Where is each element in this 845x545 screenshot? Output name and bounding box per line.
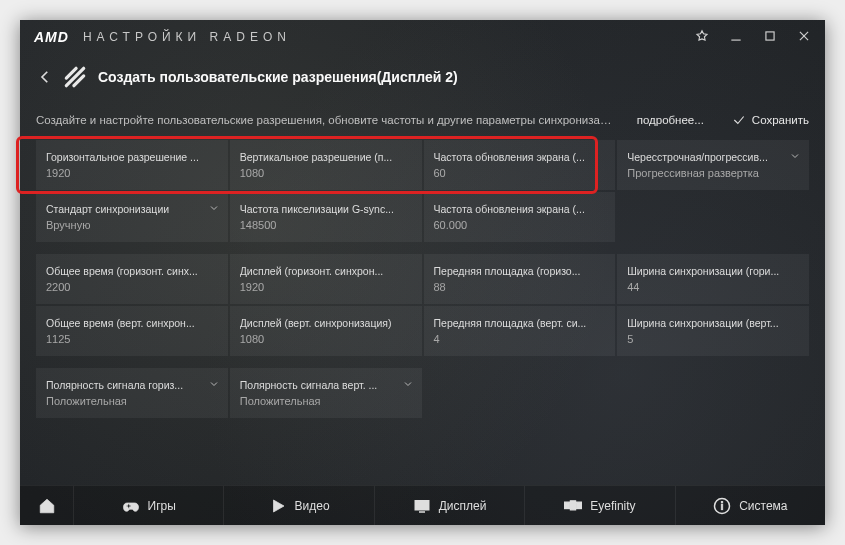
cell-label: Ширина синхронизации (верт... <box>627 317 799 329</box>
description-bar: Создайте и настройте пользовательские ра… <box>20 100 825 140</box>
cell-v-front-porch[interactable]: Передняя площадка (верт. си... 4 <box>424 306 616 356</box>
cell-value: 4 <box>434 333 606 345</box>
nav-label: Игры <box>148 499 176 513</box>
svg-rect-1 <box>766 31 774 39</box>
custom-resolution-icon <box>62 64 88 90</box>
cell-scan-type[interactable]: Чересстрочная/прогрессив... Прогрессивна… <box>617 140 809 190</box>
page-title: Создать пользовательские разрешения(Дисп… <box>98 69 458 85</box>
gamepad-icon <box>122 497 140 515</box>
titlebar: AMD НАСТРОЙКИ RADEON <box>20 20 825 54</box>
cell-label: Дисплей (верт. синхронизация) <box>240 317 412 329</box>
cell-label: Дисплей (горизонт. синхрон... <box>240 265 412 277</box>
close-icon[interactable] <box>797 29 811 46</box>
svg-rect-14 <box>721 501 723 503</box>
cell-h-front-porch[interactable]: Передняя площадка (горизо... 88 <box>424 254 616 304</box>
svg-rect-9 <box>565 502 570 508</box>
cell-label: Общее время (верт. синхрон... <box>46 317 218 329</box>
cell-label: Полярность сигнала гориз... <box>46 379 218 391</box>
cell-value: 60 <box>434 167 606 179</box>
cell-h-total[interactable]: Общее время (горизонт. синх... 2200 <box>36 254 228 304</box>
cell-sync-standard[interactable]: Стандарт синхронизации Вручную <box>36 192 228 242</box>
display-icon <box>413 497 431 515</box>
cell-v-display[interactable]: Дисплей (верт. синхронизация) 1080 <box>230 306 422 356</box>
cell-value: Положительная <box>46 395 218 407</box>
nav-label: Система <box>739 499 787 513</box>
cell-horizontal-resolution[interactable]: Горизонтальное разрешение ... 1920 <box>36 140 228 190</box>
nav-label: Eyefinity <box>590 499 635 513</box>
svg-rect-13 <box>721 504 723 509</box>
window-controls <box>695 29 811 46</box>
nav-system[interactable]: Система <box>676 486 825 525</box>
nav-label: Дисплей <box>439 499 487 513</box>
cell-value: 5 <box>627 333 799 345</box>
save-label: Сохранить <box>752 114 809 126</box>
cell-value: 1920 <box>46 167 218 179</box>
description-text: Создайте и настройте пользовательские ра… <box>36 114 613 126</box>
chevron-down-icon <box>402 378 414 390</box>
nav-display[interactable]: Дисплей <box>375 486 525 525</box>
info-icon <box>713 497 731 515</box>
cell-label: Передняя площадка (горизо... <box>434 265 606 277</box>
cell-value: 1920 <box>240 281 412 293</box>
app-window: AMD НАСТРОЙКИ RADEON Создать пользовател… <box>20 20 825 525</box>
chevron-down-icon <box>208 202 220 214</box>
nav-games[interactable]: Игры <box>74 486 224 525</box>
settings-grid: Горизонтальное разрешение ... 1920 Верти… <box>36 140 809 418</box>
settings-grid-wrap: Горизонтальное разрешение ... 1920 Верти… <box>20 140 825 418</box>
cell-pixel-clock[interactable]: Частота пикселизации G-sync... 148500 <box>230 192 422 242</box>
chevron-down-icon <box>208 378 220 390</box>
cell-label: Передняя площадка (верт. си... <box>434 317 606 329</box>
svg-rect-10 <box>571 500 576 509</box>
cell-refresh-rate-precise[interactable]: Частота обновления экрана (... 60.000 <box>424 192 616 242</box>
empty-cell <box>617 368 809 418</box>
nav-label: Видео <box>295 499 330 513</box>
cell-h-sync-width[interactable]: Ширина синхронизации (гори... 44 <box>617 254 809 304</box>
nav-eyefinity[interactable]: Eyefinity <box>525 486 675 525</box>
cell-v-total[interactable]: Общее время (верт. синхрон... 1125 <box>36 306 228 356</box>
cell-h-polarity[interactable]: Полярность сигнала гориз... Положительна… <box>36 368 228 418</box>
cell-value: 2200 <box>46 281 218 293</box>
cell-value: 88 <box>434 281 606 293</box>
cell-v-polarity[interactable]: Полярность сигнала верт. ... Положительн… <box>230 368 422 418</box>
app-title: НАСТРОЙКИ RADEON <box>83 30 695 44</box>
cell-label: Чересстрочная/прогрессив... <box>627 151 799 163</box>
cell-label: Вертикальное разрешение (п... <box>240 151 412 163</box>
page-header: Создать пользовательские разрешения(Дисп… <box>20 54 825 100</box>
cell-value: 148500 <box>240 219 412 231</box>
nav-home[interactable] <box>20 486 74 525</box>
play-icon <box>269 497 287 515</box>
cell-value: 1125 <box>46 333 218 345</box>
cell-label: Общее время (горизонт. синх... <box>46 265 218 277</box>
cell-label: Ширина синхронизации (гори... <box>627 265 799 277</box>
cell-value: Прогрессивная развертка <box>627 167 799 179</box>
favorite-icon[interactable] <box>695 29 709 46</box>
nav-video[interactable]: Видео <box>224 486 374 525</box>
save-button[interactable]: Сохранить <box>732 113 809 127</box>
minimize-icon[interactable] <box>729 29 743 46</box>
empty-cell <box>424 368 616 418</box>
cell-value: Вручную <box>46 219 218 231</box>
cell-value: 1080 <box>240 167 412 179</box>
empty-cell <box>617 192 809 242</box>
bottom-nav: Игры Видео Дисплей Eyefinity Система <box>20 485 825 525</box>
svg-rect-7 <box>415 500 429 509</box>
cell-value: 60.000 <box>434 219 606 231</box>
cell-value: Положительная <box>240 395 412 407</box>
eyefinity-icon <box>564 497 582 515</box>
maximize-icon[interactable] <box>763 29 777 46</box>
cell-v-sync-width[interactable]: Ширина синхронизации (верт... 5 <box>617 306 809 356</box>
row-gap <box>36 244 809 252</box>
cell-label: Стандарт синхронизации <box>46 203 218 215</box>
cell-label: Частота пикселизации G-sync... <box>240 203 412 215</box>
cell-label: Частота обновления экрана (... <box>434 203 606 215</box>
svg-rect-11 <box>576 502 581 508</box>
back-button[interactable] <box>34 66 56 88</box>
amd-logo: AMD <box>34 29 69 45</box>
cell-vertical-resolution[interactable]: Вертикальное разрешение (п... 1080 <box>230 140 422 190</box>
row-gap <box>36 358 809 366</box>
cell-h-display[interactable]: Дисплей (горизонт. синхрон... 1920 <box>230 254 422 304</box>
cell-refresh-rate[interactable]: Частота обновления экрана (... 60 <box>424 140 616 190</box>
more-link[interactable]: подробнее... <box>637 114 704 126</box>
home-icon <box>38 497 56 515</box>
cell-label: Полярность сигнала верт. ... <box>240 379 412 391</box>
